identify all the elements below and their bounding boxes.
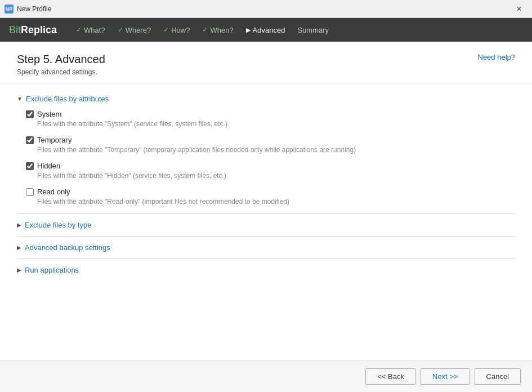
page-title: Step 5. Advanced	[17, 53, 105, 66]
checkbox-system[interactable]	[26, 110, 34, 118]
section-advanced-backup: ▶ Advanced backup settings	[17, 241, 515, 254]
nav-arrow-advanced: ▶	[246, 26, 251, 34]
cancel-button[interactable]: Cancel	[475, 368, 521, 385]
checkbox-desc-readonly: Files with the attribute "Read-only" (im…	[37, 198, 515, 206]
section-title-attributes: Exclude files by attributes	[26, 95, 109, 103]
section-title-type: Exclude files by type	[25, 221, 92, 229]
app-icon: NP	[5, 5, 14, 14]
nav-bar: BitReplica ✓ What? ✓ Where? ✓ How? ✓ Whe…	[0, 18, 532, 42]
checkbox-temporary[interactable]	[26, 136, 34, 144]
main-content: Step 5. Advanced Specify advanced settin…	[0, 42, 532, 392]
checkbox-text-temporary: Temporary	[37, 136, 71, 144]
content-header: Step 5. Advanced Specify advanced settin…	[0, 42, 532, 83]
checkbox-item-hidden: Hidden Files with the attribute "Hidden"…	[26, 162, 515, 180]
checkbox-label-readonly[interactable]: Read only	[26, 188, 515, 196]
checkbox-hidden[interactable]	[26, 162, 34, 170]
checkbox-label-system[interactable]: System	[26, 110, 515, 118]
checkbox-text-system: System	[37, 110, 61, 118]
content-body: ▼ Exclude files by attributes System Fil…	[0, 83, 532, 360]
section-arrow-backup: ▶	[17, 244, 21, 251]
nav-item-how[interactable]: ✓ How?	[158, 24, 195, 37]
checkbox-desc-temporary: Files with the attribute "Temporary" (te…	[37, 146, 515, 154]
nav-label-summary: Summary	[297, 26, 329, 34]
close-button[interactable]: ✕	[506, 0, 532, 18]
checkbox-text-readonly: Read only	[37, 188, 70, 196]
nav-item-summary[interactable]: Summary	[292, 24, 334, 37]
nav-label-what: What?	[84, 26, 105, 34]
section-arrow-type: ▶	[17, 222, 21, 228]
section-title-backup: Advanced backup settings	[25, 243, 110, 252]
nav-item-when[interactable]: ✓ When?	[196, 24, 239, 37]
section-header-attributes[interactable]: ▼ Exclude files by attributes	[17, 92, 515, 105]
nav-items: ✓ What? ✓ Where? ✓ How? ✓ When? ▶ Advanc…	[70, 24, 523, 37]
logo-bit: Bit	[9, 24, 21, 35]
section-header-backup[interactable]: ▶ Advanced backup settings	[17, 241, 515, 254]
section-arrow-run: ▶	[17, 267, 21, 273]
checkbox-item-system: System Files with the attribute "System"…	[26, 110, 515, 128]
title-bar: NP New Profile ✕	[0, 0, 532, 18]
back-button[interactable]: << Back	[365, 368, 416, 385]
section-header-type[interactable]: ▶ Exclude files by type	[17, 219, 515, 231]
nav-item-what[interactable]: ✓ What?	[70, 24, 111, 37]
nav-check-how: ✓	[163, 26, 169, 34]
divider-3	[17, 259, 515, 259]
checkbox-item-temporary: Temporary Files with the attribute "Temp…	[26, 136, 515, 154]
app-logo: BitReplica	[9, 24, 57, 36]
checkbox-readonly[interactable]	[26, 188, 34, 196]
nav-label-how: How?	[171, 26, 190, 34]
nav-label-where: Where?	[126, 26, 151, 34]
nav-item-advanced[interactable]: ▶ Advanced	[240, 24, 291, 37]
section-content-attributes: System Files with the attribute "System"…	[17, 105, 515, 206]
section-run-applications: ▶ Run applications	[17, 264, 515, 277]
checkbox-item-readonly: Read only Files with the attribute "Read…	[26, 188, 515, 206]
checkbox-desc-hidden: Files with the attribute "Hidden" (servi…	[37, 172, 515, 180]
page-subtitle: Specify advanced settings.	[17, 68, 105, 76]
section-exclude-type: ▶ Exclude files by type	[17, 219, 515, 231]
section-title-run: Run applications	[25, 266, 79, 274]
next-button[interactable]: Next >>	[421, 368, 470, 385]
divider-1	[17, 213, 515, 214]
need-help-link[interactable]: Need help?	[478, 53, 516, 61]
checkbox-text-hidden: Hidden	[37, 162, 60, 170]
logo-replica: Replica	[21, 24, 57, 35]
checkbox-label-hidden[interactable]: Hidden	[26, 162, 515, 170]
section-header-run[interactable]: ▶ Run applications	[17, 264, 515, 277]
section-exclude-attributes: ▼ Exclude files by attributes System Fil…	[17, 92, 515, 206]
header-text: Step 5. Advanced Specify advanced settin…	[17, 53, 105, 76]
section-arrow-attributes: ▼	[17, 96, 23, 102]
nav-label-when: When?	[210, 26, 233, 34]
nav-check-when: ✓	[202, 26, 208, 34]
nav-check-what: ✓	[76, 26, 82, 34]
nav-label-advanced: Advanced	[253, 26, 285, 34]
footer: << Back Next >> Cancel	[0, 360, 532, 392]
checkbox-desc-system: Files with the attribute "System" (servi…	[37, 120, 515, 128]
nav-item-where[interactable]: ✓ Where?	[112, 24, 157, 37]
window-title: New Profile	[17, 5, 506, 13]
nav-check-where: ✓	[118, 26, 123, 34]
divider-2	[17, 236, 515, 237]
checkbox-label-temporary[interactable]: Temporary	[26, 136, 515, 144]
